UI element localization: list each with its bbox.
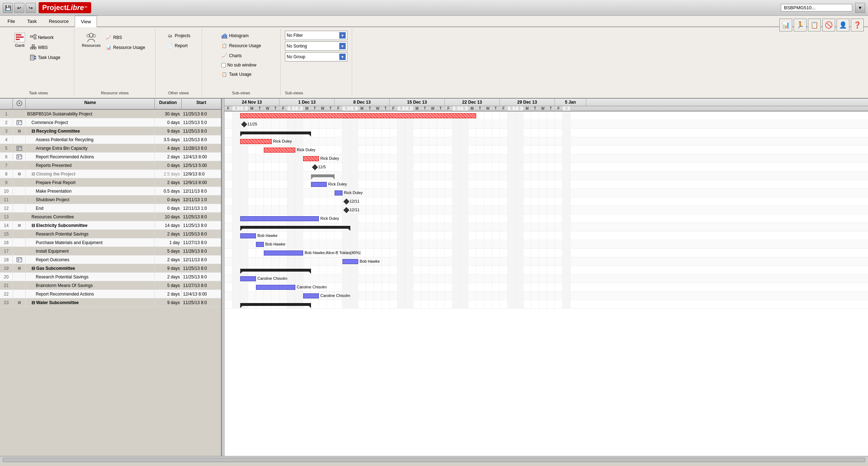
table-row[interactable]: 20 Research Potential Savings 2 days 11/… — [0, 273, 221, 281]
titlebar: 💾 ↩ ↪ ProjectLibre™ BSBPMG510... ▼ — [0, 0, 868, 16]
cell-duration: 5 days — [155, 247, 182, 256]
no-filter-arrow[interactable]: ▼ — [339, 32, 346, 39]
date-block: 15 Dec 13 — [390, 99, 445, 106]
table-row[interactable]: 18 Report Outcomes 2 days 12/11/13 8:0 — [0, 256, 221, 264]
filter-no-sorting[interactable]: No Sorting ▼ — [285, 41, 347, 51]
table-row[interactable]: 1 BSBPB510A Sustainability Project 30 da… — [0, 110, 221, 118]
chart-area[interactable]: 11/25Rick DuleyRick DuleyRick Duley12/5R… — [225, 111, 868, 456]
toolbar-sub-views: Histogram 📋 Resource Usage 📈 Charts No s… — [202, 29, 281, 96]
table-row[interactable]: 8 ⊟ ⊟ Closing the Project 2.5 days 12/9/… — [0, 170, 221, 178]
menu-file[interactable]: File — [1, 16, 21, 26]
cell-duration: 30 days — [155, 110, 182, 118]
table-row[interactable]: 21 Brainstorm Means Of Savings 5 days 11… — [0, 281, 221, 290]
toolbar-btn-resource-usage[interactable]: 📊 Resource Usage — [103, 43, 148, 52]
no-sorting-arrow[interactable]: ▼ — [339, 43, 346, 49]
table-row[interactable]: 16 Purchase Materials and Equipment 1 da… — [0, 238, 221, 247]
cell-icon — [13, 187, 26, 195]
title-expand-btn[interactable]: ▼ — [855, 3, 865, 13]
window-controls[interactable]: 💾 ↩ ↪ — [3, 3, 36, 13]
bottom-scroll[interactable] — [0, 456, 868, 463]
no-group-arrow[interactable]: ▼ — [339, 54, 346, 60]
day-label: S — [563, 106, 571, 111]
table-row[interactable]: 3 ⊟ ⊟ Recycling Committee 9 days 11/25/1… — [0, 127, 221, 135]
svg-rect-5 — [34, 35, 36, 36]
table-row[interactable]: 6 Report Recommended Actions 2 days 12/4… — [0, 153, 221, 161]
table-row[interactable]: 7 Reports Presented 0 days 12/5/13 5:00 — [0, 161, 221, 170]
table-row[interactable]: 9 Prepare Final Report 2 days 12/9/13 8:… — [0, 178, 221, 187]
win-btn-undo[interactable]: ↩ — [14, 3, 24, 13]
chart-row: Caroline Chisolm — [225, 292, 868, 300]
toolbar-btn-no-sub-window[interactable]: No sub window — [219, 61, 263, 69]
cell-icon — [13, 230, 26, 238]
sub-resource-usage-icon: 📋 — [221, 43, 228, 49]
toolbar-task-views: Gantt Network — [3, 29, 74, 96]
toolbar-btn-charts[interactable]: 📈 Charts — [219, 51, 263, 60]
toolbar-btn-histogram[interactable]: Histogram — [219, 31, 263, 40]
win-btn-save[interactable]: 💾 — [3, 3, 13, 13]
toolbar-btn-sub-task-usage[interactable]: 📋 Task Usage — [219, 70, 263, 79]
rt-btn-3[interactable]: 🚫 — [822, 19, 835, 31]
rt-btn-help[interactable]: ❓ — [851, 19, 864, 31]
menu-task[interactable]: Task — [21, 16, 43, 26]
table-row[interactable]: 19 ⊟ ⊟ Gas Subcommittee 9 days 11/25/13 … — [0, 264, 221, 273]
table-row[interactable]: 4 Assess Potential for Recycling 3.5 day… — [0, 135, 221, 144]
splitter[interactable] — [222, 99, 225, 456]
cell-name: Research Potential Savings — [26, 273, 155, 281]
toolbar-btn-projects[interactable]: 🗂 Projects — [164, 31, 193, 40]
no-sub-window-checkbox[interactable] — [221, 63, 226, 68]
win-btn-redo[interactable]: ↪ — [26, 3, 36, 13]
toolbar-btn-rbs[interactable]: 📈 RBS — [103, 33, 148, 42]
day-label: S — [287, 106, 295, 111]
gantt-bar-label: Caroline Chisolm — [297, 285, 327, 289]
cell-icon — [13, 213, 26, 221]
rt-btn-4[interactable]: 👤 — [837, 19, 849, 31]
cell-start: 11/25/13 8:0 — [182, 221, 221, 230]
day-label: F — [225, 106, 232, 111]
table-row[interactable]: 12 End 0 days 12/11/13 1:0 — [0, 204, 221, 213]
chart-row — [225, 266, 868, 274]
table-row[interactable]: 22 Report Recommended Actions 2 days 12/… — [0, 290, 221, 298]
table-row[interactable]: 15 Research Potential Savings 2 days 11/… — [0, 230, 221, 238]
toolbar-btn-sub-resource-usage[interactable]: 📋 Resource Usage — [219, 41, 263, 50]
svg-rect-12 — [35, 48, 36, 49]
day-label: T — [476, 106, 484, 111]
table-row[interactable]: 11 Shutdown Project 0 days 12/11/13 1:0 — [0, 195, 221, 204]
cell-start: 11/25/13 8:0 — [182, 264, 221, 273]
filter-no-filter[interactable]: No Filter ▼ — [285, 31, 347, 40]
table-row[interactable]: 2 Commence Project 0 days 11/25/13 5:0 — [0, 118, 221, 127]
day-label: S — [460, 106, 468, 111]
rt-btn-2[interactable]: 📋 — [808, 19, 821, 31]
table-row[interactable]: 13 Resources Committee 10 days 11/25/13 … — [0, 213, 221, 221]
chart-row — [225, 172, 868, 180]
toolbar-btn-resources[interactable]: Resources 📈 RBS 📊 Resource Usage — [79, 30, 151, 88]
report-label: Report — [175, 43, 188, 48]
table-row[interactable]: 14 ⊟ ⊟ Electricity Subcommittee 14 days … — [0, 221, 221, 230]
cell-rownum: 12 — [0, 204, 13, 213]
menu-resource[interactable]: Resource — [43, 16, 75, 26]
toolbar-btn-wbs[interactable]: WBS — [28, 43, 63, 52]
gantt-bar-label: Rick Duley — [320, 156, 339, 160]
toolbar-btn-task-usage[interactable]: Task Usage — [28, 53, 63, 62]
svg-rect-22 — [34, 58, 36, 59]
svg-rect-26 — [222, 35, 223, 38]
cell-name: Make Presentation — [26, 187, 155, 195]
filter-no-group[interactable]: No Group ▼ — [285, 52, 347, 61]
task-usage-icon — [30, 54, 36, 61]
gantt-bar-label: 12/11 — [350, 199, 360, 203]
rt-btn-1[interactable]: 🏃 — [794, 19, 807, 31]
svg-rect-10 — [30, 48, 32, 49]
table-row[interactable]: 5 Arrange Extra Bin Capacity 4 days 11/2… — [0, 144, 221, 153]
gantt-bar — [240, 276, 256, 281]
toolbar-btn-gantt[interactable]: Gantt Network — [11, 30, 66, 88]
gantt-bar — [335, 190, 342, 195]
menu-view[interactable]: View — [75, 16, 97, 27]
toolbar-btn-report[interactable]: 📄 Report — [164, 41, 193, 50]
svg-rect-17 — [30, 55, 34, 60]
table-row[interactable]: 10 Make Presentation 0.5 days 12/11/13 8… — [0, 187, 221, 195]
table-row[interactable]: 23 ⊟ ⊟ Water Subcommittee 9 days 11/25/1… — [0, 298, 221, 307]
cell-rownum: 18 — [0, 256, 13, 264]
svg-rect-37 — [18, 123, 19, 124]
toolbar-btn-network[interactable]: Network — [28, 33, 63, 42]
table-row[interactable]: 17 Install Equipment 5 days 11/28/13 8:0 — [0, 247, 221, 256]
rt-btn-0[interactable]: 📊 — [779, 19, 792, 31]
